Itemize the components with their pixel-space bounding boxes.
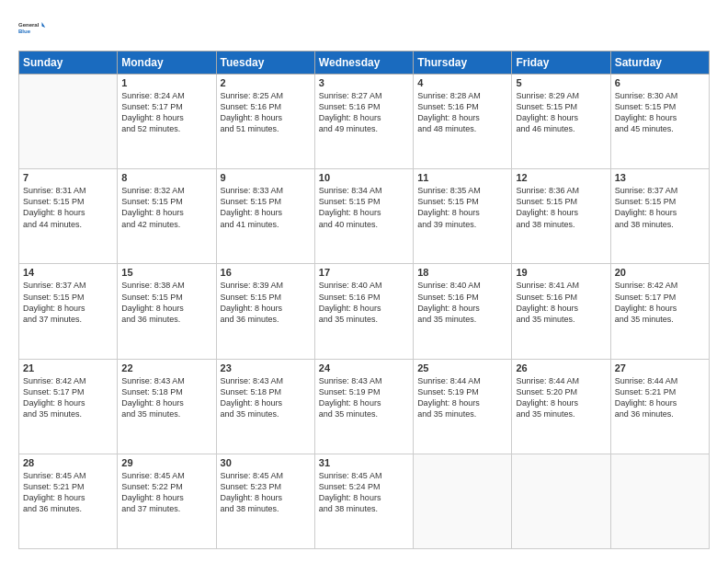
calendar-cell: 13Sunrise: 8:37 AMSunset: 5:15 PMDayligh… xyxy=(610,169,709,264)
calendar-cell xyxy=(610,454,709,548)
calendar-cell: 26Sunrise: 8:44 AMSunset: 5:20 PMDayligh… xyxy=(512,359,610,454)
day-number: 9 xyxy=(221,172,311,183)
calendar-cell: 8Sunrise: 8:32 AMSunset: 5:15 PMDaylight… xyxy=(118,169,216,264)
day-info: Sunrise: 8:36 AMSunset: 5:15 PMDaylight:… xyxy=(516,185,606,230)
svg-text:Blue: Blue xyxy=(18,29,31,34)
calendar-cell: 3Sunrise: 8:27 AMSunset: 5:16 PMDaylight… xyxy=(314,75,413,169)
day-number: 7 xyxy=(23,172,113,183)
day-number: 24 xyxy=(319,362,409,373)
calendar-cell xyxy=(414,454,512,548)
day-number: 14 xyxy=(23,267,113,278)
day-number: 18 xyxy=(417,267,507,278)
day-info: Sunrise: 8:27 AMSunset: 5:16 PMDaylight:… xyxy=(319,90,409,135)
weekday-header: Sunday xyxy=(19,52,118,75)
logo-icon: GeneralBlue xyxy=(18,14,46,41)
day-number: 11 xyxy=(417,172,507,183)
day-number: 26 xyxy=(516,362,606,373)
calendar-cell: 21Sunrise: 8:42 AMSunset: 5:17 PMDayligh… xyxy=(19,359,118,454)
calendar-cell: 17Sunrise: 8:40 AMSunset: 5:16 PMDayligh… xyxy=(314,264,413,359)
calendar-cell: 12Sunrise: 8:36 AMSunset: 5:15 PMDayligh… xyxy=(512,169,610,264)
day-info: Sunrise: 8:28 AMSunset: 5:16 PMDaylight:… xyxy=(417,90,507,135)
calendar-cell: 16Sunrise: 8:39 AMSunset: 5:15 PMDayligh… xyxy=(216,264,314,359)
calendar-cell: 27Sunrise: 8:44 AMSunset: 5:21 PMDayligh… xyxy=(610,359,709,454)
day-info: Sunrise: 8:45 AMSunset: 5:21 PMDaylight:… xyxy=(23,470,113,515)
day-number: 6 xyxy=(615,77,705,88)
calendar-cell: 18Sunrise: 8:40 AMSunset: 5:16 PMDayligh… xyxy=(414,264,512,359)
day-number: 3 xyxy=(319,77,409,88)
day-number: 21 xyxy=(23,362,113,373)
day-info: Sunrise: 8:40 AMSunset: 5:16 PMDaylight:… xyxy=(319,280,409,325)
day-info: Sunrise: 8:40 AMSunset: 5:16 PMDaylight:… xyxy=(417,280,507,325)
logo: GeneralBlue xyxy=(18,14,46,41)
day-info: Sunrise: 8:39 AMSunset: 5:15 PMDaylight:… xyxy=(221,280,311,325)
calendar-cell: 25Sunrise: 8:44 AMSunset: 5:19 PMDayligh… xyxy=(414,359,512,454)
day-info: Sunrise: 8:31 AMSunset: 5:15 PMDaylight:… xyxy=(23,185,113,230)
calendar-cell: 10Sunrise: 8:34 AMSunset: 5:15 PMDayligh… xyxy=(314,169,413,264)
day-info: Sunrise: 8:44 AMSunset: 5:19 PMDaylight:… xyxy=(417,375,507,420)
day-number: 20 xyxy=(615,267,705,278)
day-number: 19 xyxy=(516,267,606,278)
day-number: 16 xyxy=(221,267,311,278)
day-info: Sunrise: 8:24 AMSunset: 5:17 PMDaylight:… xyxy=(121,90,211,135)
day-info: Sunrise: 8:32 AMSunset: 5:15 PMDaylight:… xyxy=(121,185,211,230)
day-info: Sunrise: 8:34 AMSunset: 5:15 PMDaylight:… xyxy=(319,185,409,230)
day-info: Sunrise: 8:33 AMSunset: 5:15 PMDaylight:… xyxy=(221,185,311,230)
day-info: Sunrise: 8:35 AMSunset: 5:15 PMDaylight:… xyxy=(417,185,507,230)
svg-text:General: General xyxy=(18,22,40,28)
day-info: Sunrise: 8:45 AMSunset: 5:23 PMDaylight:… xyxy=(221,470,311,515)
day-info: Sunrise: 8:41 AMSunset: 5:16 PMDaylight:… xyxy=(516,280,606,325)
day-info: Sunrise: 8:45 AMSunset: 5:22 PMDaylight:… xyxy=(121,470,211,515)
day-info: Sunrise: 8:30 AMSunset: 5:15 PMDaylight:… xyxy=(615,90,705,135)
calendar-table: SundayMondayTuesdayWednesdayThursdayFrid… xyxy=(18,51,710,549)
weekday-header: Wednesday xyxy=(314,52,413,75)
day-number: 22 xyxy=(121,362,211,373)
day-number: 17 xyxy=(319,267,409,278)
calendar-cell: 29Sunrise: 8:45 AMSunset: 5:22 PMDayligh… xyxy=(118,454,216,548)
day-number: 31 xyxy=(319,457,409,468)
calendar-cell: 5Sunrise: 8:29 AMSunset: 5:15 PMDaylight… xyxy=(512,75,610,169)
day-info: Sunrise: 8:44 AMSunset: 5:21 PMDaylight:… xyxy=(615,375,705,420)
day-number: 8 xyxy=(121,172,211,183)
calendar-cell: 30Sunrise: 8:45 AMSunset: 5:23 PMDayligh… xyxy=(216,454,314,548)
header: GeneralBlue xyxy=(18,14,710,41)
calendar-cell: 9Sunrise: 8:33 AMSunset: 5:15 PMDaylight… xyxy=(216,169,314,264)
day-info: Sunrise: 8:37 AMSunset: 5:15 PMDaylight:… xyxy=(615,185,705,230)
day-number: 1 xyxy=(121,77,211,88)
calendar-cell: 11Sunrise: 8:35 AMSunset: 5:15 PMDayligh… xyxy=(414,169,512,264)
svg-marker-2 xyxy=(42,22,46,28)
page: GeneralBlue SundayMondayTuesdayWednesday… xyxy=(0,0,728,563)
day-number: 2 xyxy=(221,77,311,88)
day-info: Sunrise: 8:43 AMSunset: 5:19 PMDaylight:… xyxy=(319,375,409,420)
calendar-cell xyxy=(19,75,118,169)
calendar-cell: 31Sunrise: 8:45 AMSunset: 5:24 PMDayligh… xyxy=(314,454,413,548)
calendar-cell: 19Sunrise: 8:41 AMSunset: 5:16 PMDayligh… xyxy=(512,264,610,359)
day-number: 23 xyxy=(221,362,311,373)
day-info: Sunrise: 8:42 AMSunset: 5:17 PMDaylight:… xyxy=(615,280,705,325)
day-number: 30 xyxy=(221,457,311,468)
calendar-cell: 23Sunrise: 8:43 AMSunset: 5:18 PMDayligh… xyxy=(216,359,314,454)
day-info: Sunrise: 8:25 AMSunset: 5:16 PMDaylight:… xyxy=(221,90,311,135)
calendar-cell: 15Sunrise: 8:38 AMSunset: 5:15 PMDayligh… xyxy=(118,264,216,359)
calendar-cell: 22Sunrise: 8:43 AMSunset: 5:18 PMDayligh… xyxy=(118,359,216,454)
calendar-cell: 7Sunrise: 8:31 AMSunset: 5:15 PMDaylight… xyxy=(19,169,118,264)
calendar-cell: 28Sunrise: 8:45 AMSunset: 5:21 PMDayligh… xyxy=(19,454,118,548)
day-number: 28 xyxy=(23,457,113,468)
calendar-cell: 6Sunrise: 8:30 AMSunset: 5:15 PMDaylight… xyxy=(610,75,709,169)
weekday-header: Friday xyxy=(512,52,610,75)
day-number: 15 xyxy=(121,267,211,278)
day-number: 10 xyxy=(319,172,409,183)
calendar-cell: 20Sunrise: 8:42 AMSunset: 5:17 PMDayligh… xyxy=(610,264,709,359)
day-info: Sunrise: 8:29 AMSunset: 5:15 PMDaylight:… xyxy=(516,90,606,135)
day-info: Sunrise: 8:45 AMSunset: 5:24 PMDaylight:… xyxy=(319,470,409,515)
calendar-cell xyxy=(512,454,610,548)
calendar-cell: 4Sunrise: 8:28 AMSunset: 5:16 PMDaylight… xyxy=(414,75,512,169)
day-info: Sunrise: 8:44 AMSunset: 5:20 PMDaylight:… xyxy=(516,375,606,420)
weekday-header: Thursday xyxy=(414,52,512,75)
calendar-cell: 14Sunrise: 8:37 AMSunset: 5:15 PMDayligh… xyxy=(19,264,118,359)
calendar-cell: 2Sunrise: 8:25 AMSunset: 5:16 PMDaylight… xyxy=(216,75,314,169)
day-number: 25 xyxy=(417,362,507,373)
calendar-cell: 24Sunrise: 8:43 AMSunset: 5:19 PMDayligh… xyxy=(314,359,413,454)
calendar-cell: 1Sunrise: 8:24 AMSunset: 5:17 PMDaylight… xyxy=(118,75,216,169)
day-info: Sunrise: 8:43 AMSunset: 5:18 PMDaylight:… xyxy=(221,375,311,420)
day-info: Sunrise: 8:37 AMSunset: 5:15 PMDaylight:… xyxy=(23,280,113,325)
